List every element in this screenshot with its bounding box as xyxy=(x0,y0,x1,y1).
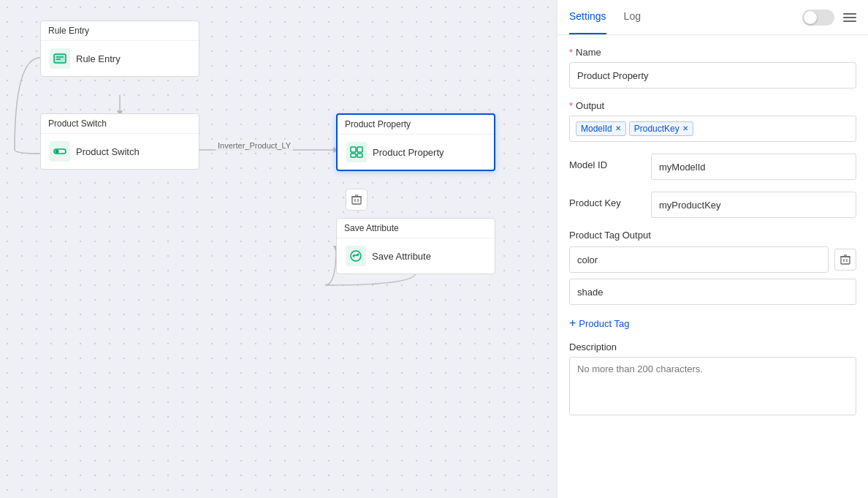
output-label: * Output xyxy=(569,100,856,111)
node-product-property[interactable]: Product Property Product Property xyxy=(336,113,495,171)
name-input[interactable] xyxy=(569,62,856,88)
product-property-icon xyxy=(346,142,367,162)
output-tag-modelid: ModelId ✕ xyxy=(576,121,626,136)
node-save-attribute[interactable]: Save Attribute Save Attribute xyxy=(336,218,495,274)
output-tag-modelid-close[interactable]: ✕ xyxy=(615,125,621,132)
save-attribute-icon xyxy=(346,246,366,266)
product-key-input[interactable] xyxy=(651,192,856,218)
output-tags[interactable]: ModelId ✕ ProductKey ✕ xyxy=(569,116,856,142)
tag-delete-btn-1[interactable] xyxy=(834,249,856,271)
save-attribute-label: Save Attribute xyxy=(372,251,431,262)
add-tag-plus-icon: + xyxy=(569,317,576,330)
add-product-tag[interactable]: + Product Tag xyxy=(569,317,629,330)
output-group: * Output ModelId ✕ ProductKey ✕ xyxy=(569,100,856,142)
panel-content: * Name * Output ModelId ✕ ProductKey ✕ xyxy=(557,35,868,498)
svg-point-20 xyxy=(353,255,355,257)
model-id-input[interactable] xyxy=(651,154,856,180)
save-attribute-header: Save Attribute xyxy=(337,219,495,238)
output-tag-productkey-close[interactable]: ✕ xyxy=(682,125,688,132)
toggle-switch[interactable] xyxy=(802,10,834,26)
description-group: Description xyxy=(569,342,856,418)
menu-line-2 xyxy=(843,17,856,18)
node-product-switch[interactable]: Product Switch Product Switch xyxy=(40,113,199,170)
product-property-label: Product Property xyxy=(373,147,444,158)
product-tag-output-label: Product Tag Output xyxy=(569,230,856,241)
model-id-row: Model ID xyxy=(569,154,856,180)
svg-rect-10 xyxy=(351,147,356,152)
product-key-label: Product Key xyxy=(569,192,642,208)
panel-header-right xyxy=(802,10,856,26)
description-label: Description xyxy=(569,342,856,352)
svg-point-9 xyxy=(56,150,59,154)
tag-output-row-2 xyxy=(569,279,856,305)
name-group: * Name xyxy=(569,47,856,88)
output-required: * xyxy=(569,100,573,111)
canvas: Inverter_Product_LY Rule Entry Rule Entr… xyxy=(0,0,557,498)
output-tag-productkey-label: ProductKey xyxy=(634,124,679,134)
product-switch-header: Product Switch xyxy=(41,114,199,134)
svg-point-19 xyxy=(351,251,361,261)
output-tag-productkey: ProductKey ✕ xyxy=(629,121,693,136)
tab-log[interactable]: Log xyxy=(624,0,641,34)
right-panel: Settings Log * Name * Output xyxy=(557,0,868,498)
edge-label: Inverter_Product_LY xyxy=(216,140,293,151)
node-rule-entry[interactable]: Rule Entry Rule Entry xyxy=(40,20,199,77)
add-tag-label: Product Tag xyxy=(579,318,629,329)
svg-rect-4 xyxy=(54,54,66,63)
tag-output-input-2[interactable] xyxy=(569,279,856,305)
product-switch-label: Product Switch xyxy=(76,146,140,157)
product-switch-icon xyxy=(50,141,70,162)
product-property-header: Product Property xyxy=(338,115,494,135)
menu-line-1 xyxy=(843,13,856,15)
description-textarea[interactable] xyxy=(569,357,856,415)
menu-line-3 xyxy=(843,20,856,22)
name-label: * Name xyxy=(569,47,856,58)
tab-settings[interactable]: Settings xyxy=(569,0,606,34)
svg-rect-11 xyxy=(357,147,362,152)
svg-rect-13 xyxy=(357,154,362,157)
rule-entry-icon xyxy=(50,48,70,69)
panel-header: Settings Log xyxy=(557,0,868,35)
delete-button[interactable] xyxy=(346,189,368,211)
svg-rect-22 xyxy=(841,257,850,264)
model-id-label: Model ID xyxy=(569,154,642,170)
rule-entry-label: Rule Entry xyxy=(76,53,121,64)
name-required: * xyxy=(569,47,573,58)
product-tag-output-group: Product Tag Output xyxy=(569,230,856,305)
svg-rect-12 xyxy=(351,154,356,157)
product-key-row: Product Key xyxy=(569,192,856,218)
rule-entry-header: Rule Entry xyxy=(41,21,199,41)
output-tag-modelid-label: ModelId xyxy=(581,124,612,134)
menu-icon[interactable] xyxy=(843,13,856,22)
svg-point-21 xyxy=(357,254,359,256)
svg-rect-14 xyxy=(352,197,361,204)
tag-output-input-1[interactable] xyxy=(569,246,829,273)
tag-output-row-1 xyxy=(569,246,856,273)
